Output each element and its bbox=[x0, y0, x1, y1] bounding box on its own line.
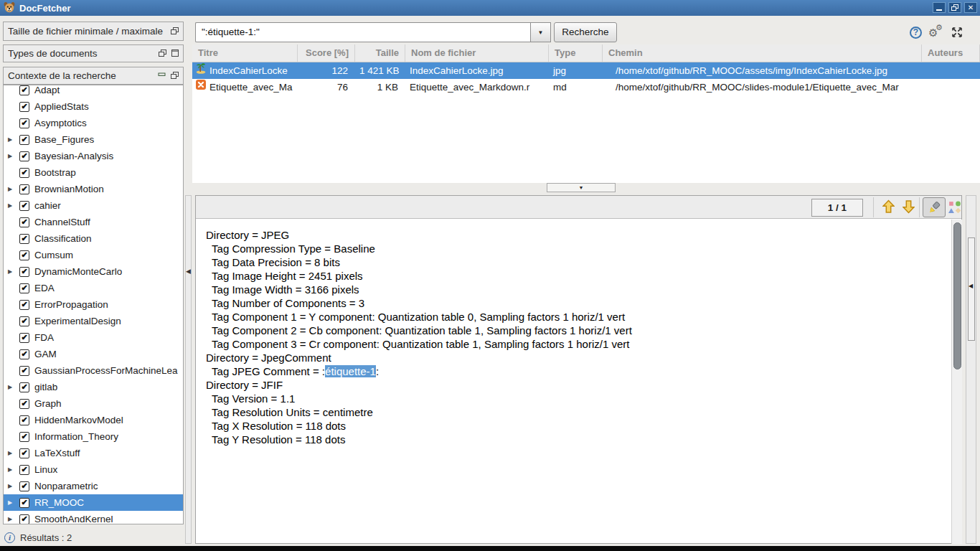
tree-item-Cumsum[interactable]: ✔Cumsum bbox=[4, 247, 183, 263]
tree-item-FDA[interactable]: ✔FDA bbox=[4, 329, 183, 346]
checkbox-checked[interactable]: ✔ bbox=[19, 465, 29, 475]
checkbox-checked[interactable]: ✔ bbox=[19, 448, 29, 458]
scrollbar-thumb[interactable] bbox=[953, 222, 961, 369]
checkbox-checked[interactable]: ✔ bbox=[19, 184, 29, 194]
checkbox-checked[interactable]: ✔ bbox=[19, 399, 29, 409]
column-header-nom-de-fichier[interactable]: Nom de fichier bbox=[405, 44, 549, 62]
arrow-down-icon[interactable] bbox=[903, 199, 917, 215]
checkbox-checked[interactable]: ✔ bbox=[19, 151, 29, 161]
close-icon[interactable]: ✕ bbox=[964, 2, 977, 13]
checkbox-checked[interactable]: ✔ bbox=[19, 514, 29, 524]
tree-item-BrownianMotion[interactable]: ▶✔BrownianMotion bbox=[4, 181, 183, 197]
checkbox-checked[interactable]: ✔ bbox=[19, 333, 29, 343]
panel-document-types[interactable]: Types de documents bbox=[3, 44, 184, 62]
tree-item-AppliedStats[interactable]: ✔AppliedStats bbox=[4, 98, 183, 115]
tree-item-HiddenMarkovModel[interactable]: ✔HiddenMarkovModel bbox=[4, 412, 183, 428]
compress-arrows-icon[interactable] bbox=[951, 27, 963, 40]
restore-icon[interactable] bbox=[948, 2, 961, 13]
checkbox-checked[interactable]: ✔ bbox=[19, 135, 29, 145]
panel-size-filter[interactable]: Taille de fichier minimale / maximale bbox=[3, 22, 184, 41]
checkbox-checked[interactable]: ✔ bbox=[19, 283, 29, 293]
minimize-panel-icon[interactable] bbox=[158, 70, 166, 81]
arrow-up-icon[interactable] bbox=[882, 199, 897, 215]
result-row-IndexCahierLocke[interactable]: IndexCahierLocke1221 421 KBIndexCahierLo… bbox=[192, 62, 980, 79]
tree-item-Information_Theory[interactable]: ✔Information_Theory bbox=[4, 428, 183, 445]
search-input[interactable]: ":étiquette-1:" bbox=[195, 22, 530, 42]
column-header-auteurs[interactable]: Auteurs bbox=[922, 44, 980, 62]
checkbox-checked[interactable]: ✔ bbox=[19, 366, 29, 376]
right-sash[interactable]: ◀ bbox=[966, 195, 976, 544]
tree-item-SmoothAndKernel[interactable]: ▶✔SmoothAndKernel bbox=[4, 511, 183, 524]
tree-item-Nonparametric[interactable]: ▶✔Nonparametric bbox=[4, 478, 183, 494]
checkbox-checked[interactable]: ✔ bbox=[19, 250, 29, 260]
panel-search-scope[interactable]: Contexte de la recherche bbox=[3, 67, 184, 85]
column-header-chemin[interactable]: Chemin bbox=[603, 44, 922, 62]
tree-item-gitlab[interactable]: ▶✔gitlab bbox=[4, 379, 183, 395]
expand-arrow-icon[interactable]: ▶ bbox=[8, 499, 19, 506]
maximize-panel-icon[interactable] bbox=[171, 48, 179, 59]
tree-item-Graph[interactable]: ✔Graph bbox=[4, 395, 183, 412]
expand-arrow-icon[interactable]: ▶ bbox=[8, 153, 19, 159]
chevron-down-icon[interactable]: ▼ bbox=[530, 22, 551, 42]
sidebar-sash[interactable]: ◀ bbox=[185, 195, 192, 544]
checkbox-checked[interactable]: ✔ bbox=[19, 481, 29, 491]
tree-item-DynamicMonteCarlo[interactable]: ▶✔DynamicMonteCarlo bbox=[4, 263, 183, 280]
collapse-right-handle[interactable]: ◀ bbox=[968, 237, 975, 341]
tree-item-cahier[interactable]: ▶✔cahier bbox=[4, 197, 183, 214]
tree-item-Linux[interactable]: ▶✔Linux bbox=[4, 461, 183, 478]
tree-item-ExperimentalDesign[interactable]: ✔ExperimentalDesign bbox=[4, 313, 183, 329]
restore-panel-icon[interactable] bbox=[171, 26, 179, 37]
checkbox-checked[interactable]: ✔ bbox=[19, 300, 29, 310]
checkbox-checked[interactable]: ✔ bbox=[19, 102, 29, 112]
tree-item-Asymptotics[interactable]: ✔Asymptotics bbox=[4, 115, 183, 131]
expand-arrow-icon[interactable]: ▶ bbox=[8, 202, 19, 209]
collapse-results-button[interactable]: ▼ bbox=[547, 183, 616, 192]
expand-arrow-icon[interactable]: ▶ bbox=[8, 516, 19, 522]
checkbox-checked[interactable]: ✔ bbox=[19, 168, 29, 178]
checkbox-checked[interactable]: ✔ bbox=[19, 85, 29, 95]
checkbox-checked[interactable]: ✔ bbox=[19, 432, 29, 442]
help-icon[interactable]: ? bbox=[910, 27, 922, 39]
restore-panel-icon[interactable] bbox=[159, 48, 166, 59]
gears-icon[interactable]: ⚙⚙ bbox=[928, 24, 946, 40]
checkbox-checked[interactable]: ✔ bbox=[19, 267, 29, 277]
shapes-icon[interactable] bbox=[948, 201, 961, 214]
expand-arrow-icon[interactable]: ▶ bbox=[8, 268, 19, 275]
expand-arrow-icon[interactable]: ▶ bbox=[8, 450, 19, 456]
tree-item-Base_Figures[interactable]: ▶✔Base_Figures bbox=[4, 131, 183, 148]
restore-panel-icon[interactable] bbox=[171, 70, 179, 81]
result-row-Etiquette_avec_Ma[interactable]: Etiquette_avec_Ma761 KBEtiquette_avec_Ma… bbox=[192, 79, 980, 95]
column-header-score-[interactable]: Score [%] bbox=[298, 44, 355, 62]
column-header-titre[interactable]: Titre bbox=[192, 44, 298, 62]
tree-item-LaTeXstuff[interactable]: ▶✔LaTeXstuff bbox=[4, 445, 183, 461]
tree-item-Adapt[interactable]: ✔Adapt bbox=[4, 85, 183, 98]
tree-item-ChannelStuff[interactable]: ✔ChannelStuff bbox=[4, 214, 183, 230]
column-header-type[interactable]: Type bbox=[549, 44, 603, 62]
checkbox-checked[interactable]: ✔ bbox=[19, 349, 29, 359]
collapse-right-icon[interactable]: ◀ bbox=[969, 283, 973, 289]
tree-item-RR_MOOC[interactable]: ▶✔RR_MOOC bbox=[4, 494, 183, 511]
expand-arrow-icon[interactable]: ▶ bbox=[8, 483, 19, 489]
checkbox-checked[interactable]: ✔ bbox=[19, 498, 29, 508]
minimize-icon[interactable] bbox=[933, 2, 946, 13]
checkbox-checked[interactable]: ✔ bbox=[19, 415, 29, 425]
expand-arrow-icon[interactable]: ▶ bbox=[8, 466, 19, 473]
highlighter-icon[interactable] bbox=[923, 197, 946, 217]
checkbox-checked[interactable]: ✔ bbox=[19, 382, 29, 392]
tree-item-ErrorPropagation[interactable]: ✔ErrorPropagation bbox=[4, 296, 183, 313]
tree-item-Bootstrap[interactable]: ✔Bootstrap bbox=[4, 164, 183, 181]
checkbox-checked[interactable]: ✔ bbox=[19, 217, 29, 227]
checkbox-checked[interactable]: ✔ bbox=[19, 316, 29, 326]
checkbox-checked[interactable]: ✔ bbox=[19, 201, 29, 211]
search-button[interactable]: Recherche bbox=[554, 22, 617, 42]
expand-arrow-icon[interactable]: ▶ bbox=[8, 186, 19, 192]
expand-arrow-icon[interactable]: ▶ bbox=[8, 384, 19, 390]
checkbox-checked[interactable]: ✔ bbox=[19, 234, 29, 244]
column-header-taille[interactable]: Taille bbox=[355, 44, 405, 62]
collapse-left-icon[interactable]: ◀ bbox=[186, 268, 191, 275]
tree-item-Bayesian-Analysis[interactable]: ▶✔Bayesian-Analysis bbox=[4, 148, 183, 164]
expand-arrow-icon[interactable]: ▶ bbox=[8, 136, 19, 143]
tree-item-GaussianProcessForMachineLea[interactable]: ✔GaussianProcessForMachineLea bbox=[4, 362, 183, 379]
tree-item-GAM[interactable]: ✔GAM bbox=[4, 346, 183, 362]
tree-item-Classification[interactable]: ✔Classification bbox=[4, 230, 183, 247]
